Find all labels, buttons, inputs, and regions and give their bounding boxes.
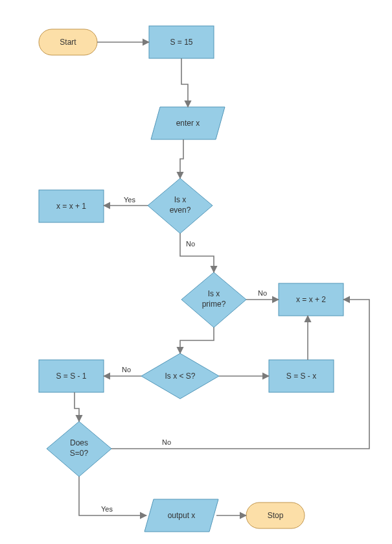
- node-stop: Stop: [246, 503, 305, 528]
- node-xplus1-label: x = x + 1: [56, 202, 86, 211]
- edge-prime-no-label: No: [258, 289, 267, 297]
- edge-even-yes-label: Yes: [124, 196, 135, 204]
- edge-sminus1-szero: [75, 392, 79, 421]
- node-outputx-label: output x: [168, 511, 196, 520]
- node-prime-line2: prime?: [202, 300, 226, 309]
- flowchart: Start S = 15 enter x Is x even? x = x + …: [0, 0, 392, 544]
- node-prime-line1: Is x: [208, 289, 220, 298]
- node-even-line1: Is x: [174, 195, 187, 204]
- node-outputx: output x: [144, 499, 218, 532]
- node-enterx: enter x: [151, 107, 225, 139]
- node-szero-line1: Does: [70, 438, 88, 447]
- node-prime: Is x prime?: [181, 272, 246, 327]
- node-init-label: S = 15: [170, 38, 192, 47]
- node-szero: Does S=0?: [47, 421, 111, 477]
- node-xplus2-label: x = x + 2: [296, 295, 326, 304]
- node-start-label: Start: [60, 38, 76, 47]
- node-even-line2: even?: [170, 206, 191, 215]
- node-stop-label: Stop: [268, 511, 284, 520]
- node-start: Start: [39, 29, 97, 55]
- node-lt: Is x < S?: [141, 353, 219, 399]
- edge-szero-outputx: [79, 477, 146, 515]
- node-enterx-label: enter x: [176, 119, 200, 128]
- node-xplus1: x = x + 1: [39, 190, 104, 222]
- edge-enterx-even: [180, 139, 183, 178]
- node-sminus1-label: S = S - 1: [56, 372, 86, 381]
- edge-szero-yes-label: Yes: [101, 505, 113, 513]
- node-init: S = 15: [149, 26, 214, 58]
- node-sminusx: S = S - x: [269, 360, 334, 392]
- node-sminus1: S = S - 1: [39, 360, 104, 392]
- node-xplus2: x = x + 2: [279, 283, 343, 316]
- node-even: Is x even?: [148, 178, 213, 233]
- edge-init-enterx: [181, 58, 188, 107]
- node-szero-line2: S=0?: [70, 449, 89, 458]
- edge-even-no-label: No: [186, 240, 195, 248]
- edge-prime-lt: [180, 327, 214, 353]
- node-sminusx-label: S = S - x: [286, 372, 316, 381]
- edge-even-prime: [180, 233, 214, 272]
- node-lt-label: Is x < S?: [165, 372, 195, 381]
- edge-szero-no-label: No: [162, 438, 171, 446]
- edge-lt-no-label: No: [122, 366, 131, 373]
